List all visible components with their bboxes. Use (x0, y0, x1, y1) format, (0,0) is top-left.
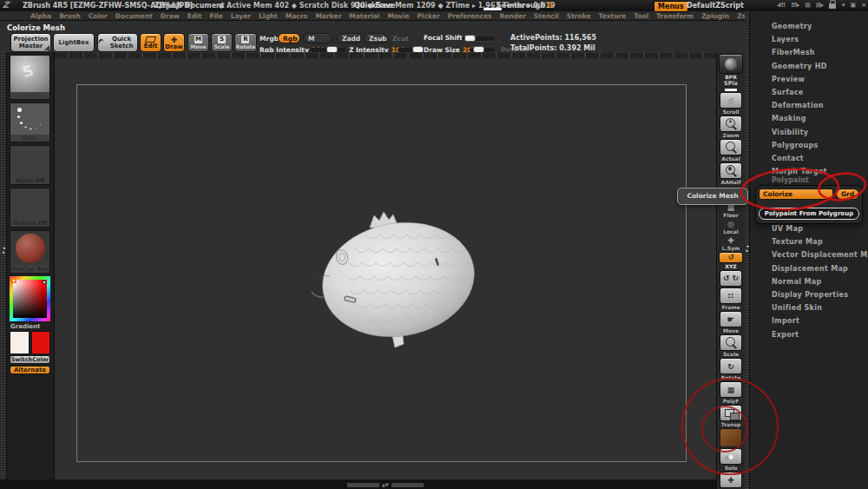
menu-item[interactable]: Transform (656, 12, 694, 20)
tool-panel-section[interactable]: Deformation (745, 99, 868, 112)
menu-item[interactable]: Marker (316, 12, 342, 20)
menu-item[interactable]: Edit (187, 12, 202, 20)
solo-button[interactable]: ● Solo (720, 448, 742, 471)
brush-thumbnail[interactable]: Standard (10, 55, 50, 100)
tool-panel-section[interactable]: Geometry (745, 20, 868, 33)
tool-panel-section[interactable]: Contact (745, 152, 868, 165)
tool-panel-section[interactable]: Export (745, 328, 868, 341)
transp-button[interactable]: Transp (720, 405, 742, 427)
color-saturation-square[interactable] (13, 280, 47, 318)
tool-panel-section[interactable]: Normal Map (745, 275, 868, 288)
rotate-axis-icons[interactable]: ↺ ↻ (720, 270, 742, 287)
zcut-button[interactable]: Zcut (392, 35, 409, 43)
focal-shift-thumb[interactable] (464, 35, 476, 42)
tool-panel-section[interactable]: Displacement Map (745, 262, 868, 275)
lsym-button[interactable]: ✚ L.Sym (720, 235, 742, 251)
scroll-button[interactable]: ☝ Scroll (720, 92, 742, 115)
polyf-button[interactable]: ▦ PolyF (720, 381, 742, 404)
tool-panel-section[interactable]: Visibility (745, 126, 868, 139)
tool-panel-section[interactable]: Texture Map (745, 235, 868, 248)
menu-item[interactable]: Light (259, 12, 278, 20)
colorize-button[interactable]: Colorize (759, 188, 833, 200)
see-through-slider[interactable]: See-through 0 (496, 2, 552, 10)
xyz-button[interactable]: ↺ XYZ (719, 252, 743, 269)
polypaint-from-polygroup-button[interactable]: Polypaint From Polygroup (759, 208, 859, 220)
mrgb-button[interactable]: Mrgb (260, 35, 279, 43)
scale-button[interactable]: Scale (720, 334, 742, 357)
menu-item[interactable]: Tool (634, 12, 648, 20)
switch-color-button[interactable]: SwitchColor (10, 355, 50, 364)
menu-item[interactable]: Texture (599, 12, 627, 20)
tool-panel-section[interactable]: Vector Displacement Map (745, 248, 868, 261)
close-icon[interactable]: × (861, 2, 865, 9)
menu-item[interactable]: Brush (59, 12, 81, 20)
menu-item[interactable]: Zplugin (701, 12, 729, 20)
scale-button[interactable]: SScale (211, 33, 233, 52)
draw-button[interactable]: ✚Draw (163, 33, 185, 52)
rotate-button[interactable]: RRotate (234, 33, 257, 52)
xpose-button[interactable]: ✚ Xpose (720, 472, 742, 489)
menu-item[interactable]: Draw (161, 12, 180, 20)
tool-panel-section[interactable]: Geometry HD (745, 60, 868, 73)
grd-button[interactable]: Grd (836, 188, 859, 200)
tool-panel-section[interactable]: Masking (745, 112, 868, 125)
bpr-button[interactable]: BPR (719, 54, 743, 80)
menu-item[interactable]: Macro (286, 12, 308, 20)
menu-item[interactable]: Alpha (30, 12, 51, 20)
frame-button[interactable]: ∷ Frame (720, 287, 742, 310)
focal-shift-track[interactable] (462, 36, 495, 41)
zsub-button[interactable]: Zsub (364, 33, 387, 43)
tray-scroll-left-icon[interactable]: ◂!!! (777, 2, 785, 9)
ghost-button[interactable] (720, 428, 742, 447)
projection-master-button[interactable]: Projection Master (10, 33, 51, 52)
tool-panel-section[interactable]: Import (745, 314, 868, 327)
minimize-icon[interactable]: ▾ (842, 2, 845, 9)
move-button[interactable]: ☛ Move (720, 311, 742, 334)
move-button[interactable]: MMove (187, 33, 209, 52)
tool-panel-section[interactable]: FiberMesh (745, 46, 868, 59)
color-picker[interactable] (10, 276, 50, 321)
polypaint-header[interactable]: Polypaint (755, 176, 863, 185)
tray-scroll-right-icon[interactable]: !!!▸ (791, 2, 799, 9)
spix-indicator[interactable]: SPix (724, 81, 738, 91)
bottom-tray-toggle[interactable]: ▲▼ (347, 482, 424, 487)
local-button[interactable]: ◎ Local (720, 219, 742, 235)
tool-panel-section[interactable]: UV Map (745, 222, 868, 235)
lightbox-button[interactable]: LightBox (53, 33, 95, 52)
document-canvas[interactable] (54, 52, 716, 479)
aahalf-button[interactable]: ▪ AAHalf (720, 162, 742, 185)
tool-panel-section[interactable]: Surface (745, 86, 868, 99)
rgb-button[interactable]: Rgb (278, 33, 300, 43)
menu-item[interactable]: Stroke (567, 12, 591, 20)
tool-panel-section[interactable]: Display Properties (745, 288, 868, 301)
menus-button[interactable]: Menus (654, 1, 688, 12)
menu-item[interactable]: Picker (418, 12, 440, 20)
quick-sketch-button[interactable]: Quick Sketch (97, 33, 138, 52)
texture-thumbnail[interactable]: Texture Off (10, 188, 50, 228)
pane-left-icon[interactable]: ▤ (805, 2, 810, 9)
menu-item[interactable]: Render (499, 12, 525, 20)
zadd-button[interactable]: Zadd (337, 33, 362, 43)
actual-button[interactable]: Actual (720, 139, 742, 162)
material-thumbnail[interactable]: MatCap Red Wa (10, 230, 50, 274)
tool-panel-resize-handle[interactable]: ◂▸ (745, 244, 750, 253)
main-color-swatch[interactable] (10, 331, 30, 354)
left-tray-scrollbar[interactable] (0, 52, 7, 489)
stroke-thumbnail[interactable]: Dots (10, 102, 50, 142)
secondary-color-swatch[interactable] (31, 331, 51, 354)
left-tray-resize-handle[interactable]: ◂▸ (1, 246, 7, 254)
menu-item[interactable]: Document (115, 12, 153, 20)
tool-panel-section[interactable]: Polygroups (745, 139, 868, 152)
alternate-button[interactable]: Alternate (10, 366, 50, 374)
quicksave-button[interactable]: QuickSave (354, 2, 395, 10)
menu-item[interactable]: File (209, 12, 222, 20)
menu-item[interactable]: Layer (231, 12, 251, 20)
rotate-button[interactable]: ↻ Rotate (720, 358, 742, 380)
m-button[interactable]: M (303, 33, 332, 43)
edit-button[interactable]: Edit (140, 33, 161, 52)
default-zscript-button[interactable]: DefaultZScript (687, 2, 744, 10)
tool-panel-section[interactable]: Preview (745, 73, 868, 86)
menu-item[interactable]: Color (89, 12, 108, 20)
menu-item[interactable]: Movie (387, 12, 409, 20)
tool-panel-section[interactable]: Layers (745, 33, 868, 46)
